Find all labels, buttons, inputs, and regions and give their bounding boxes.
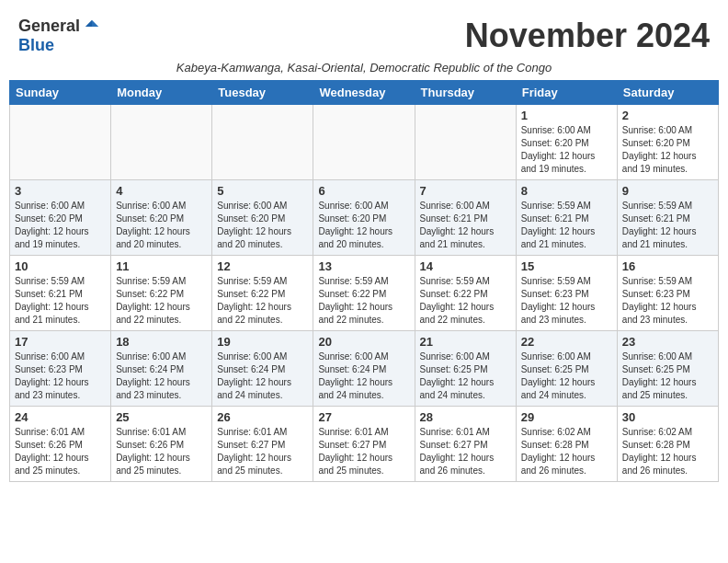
day-number: 21	[420, 335, 511, 349]
calendar-week-row: 17Sunrise: 6:00 AM Sunset: 6:23 PM Dayli…	[10, 331, 719, 407]
day-number: 1	[521, 109, 612, 122]
calendar-day-cell: 28Sunrise: 6:01 AM Sunset: 6:27 PM Dayli…	[415, 407, 516, 482]
calendar-header-tuesday: Tuesday	[212, 81, 313, 105]
calendar-day-cell: 22Sunrise: 6:00 AM Sunset: 6:25 PM Dayli…	[516, 331, 617, 407]
day-number: 4	[116, 184, 207, 198]
day-info: Sunrise: 6:01 AM Sunset: 6:26 PM Dayligh…	[116, 426, 207, 477]
day-info: Sunrise: 6:00 AM Sunset: 6:24 PM Dayligh…	[217, 350, 308, 402]
calendar-day-cell: 13Sunrise: 5:59 AM Sunset: 6:22 PM Dayli…	[313, 256, 415, 331]
day-number: 10	[15, 259, 106, 273]
day-number: 15	[521, 259, 612, 273]
day-number: 28	[420, 410, 511, 424]
day-number: 12	[217, 259, 308, 273]
day-info: Sunrise: 6:00 AM Sunset: 6:20 PM Dayligh…	[318, 200, 409, 251]
calendar-day-cell	[111, 105, 212, 180]
day-number: 11	[116, 259, 207, 273]
calendar-day-cell: 29Sunrise: 6:02 AM Sunset: 6:28 PM Dayli…	[516, 407, 617, 482]
day-info: Sunrise: 5:59 AM Sunset: 6:22 PM Dayligh…	[318, 275, 409, 327]
day-info: Sunrise: 5:59 AM Sunset: 6:22 PM Dayligh…	[420, 275, 511, 327]
day-number: 23	[622, 335, 713, 349]
day-info: Sunrise: 6:02 AM Sunset: 6:28 PM Dayligh…	[622, 426, 713, 477]
day-info: Sunrise: 6:00 AM Sunset: 6:24 PM Dayligh…	[318, 350, 409, 402]
day-info: Sunrise: 6:00 AM Sunset: 6:20 PM Dayligh…	[217, 200, 308, 251]
calendar-day-cell: 25Sunrise: 6:01 AM Sunset: 6:26 PM Dayli…	[111, 407, 212, 482]
day-info: Sunrise: 5:59 AM Sunset: 6:22 PM Dayligh…	[217, 275, 308, 327]
logo-blue-text: Blue	[18, 36, 54, 55]
calendar-week-row: 24Sunrise: 6:01 AM Sunset: 6:26 PM Dayli…	[10, 407, 719, 482]
calendar-day-cell: 4Sunrise: 6:00 AM Sunset: 6:20 PM Daylig…	[111, 180, 212, 256]
calendar-day-cell: 21Sunrise: 6:00 AM Sunset: 6:25 PM Dayli…	[415, 331, 516, 407]
month-title: November 2024	[465, 17, 710, 55]
calendar-day-cell: 16Sunrise: 5:59 AM Sunset: 6:23 PM Dayli…	[617, 256, 718, 331]
day-number: 17	[15, 335, 106, 349]
day-info: Sunrise: 6:00 AM Sunset: 6:20 PM Dayligh…	[622, 124, 713, 176]
day-info: Sunrise: 6:01 AM Sunset: 6:26 PM Dayligh…	[15, 426, 106, 477]
calendar-day-cell: 14Sunrise: 5:59 AM Sunset: 6:22 PM Dayli…	[415, 256, 516, 331]
day-number: 24	[15, 410, 106, 424]
calendar-week-row: 3Sunrise: 6:00 AM Sunset: 6:20 PM Daylig…	[10, 180, 719, 256]
calendar-day-cell: 10Sunrise: 5:59 AM Sunset: 6:21 PM Dayli…	[10, 256, 111, 331]
calendar-week-row: 1Sunrise: 6:00 AM Sunset: 6:20 PM Daylig…	[10, 105, 719, 180]
calendar-day-cell	[415, 105, 516, 180]
day-number: 2	[622, 109, 713, 122]
day-number: 8	[521, 184, 612, 198]
day-info: Sunrise: 6:00 AM Sunset: 6:20 PM Dayligh…	[15, 200, 106, 251]
calendar-day-cell: 26Sunrise: 6:01 AM Sunset: 6:27 PM Dayli…	[212, 407, 313, 482]
calendar-day-cell	[212, 105, 313, 180]
day-info: Sunrise: 5:59 AM Sunset: 6:21 PM Dayligh…	[521, 200, 612, 251]
logo-general-text: General	[18, 17, 80, 36]
calendar-header-thursday: Thursday	[415, 81, 516, 105]
day-info: Sunrise: 6:00 AM Sunset: 6:25 PM Dayligh…	[420, 350, 511, 402]
calendar-day-cell: 23Sunrise: 6:00 AM Sunset: 6:25 PM Dayli…	[617, 331, 718, 407]
day-number: 29	[521, 410, 612, 424]
location-subtitle: Kabeya-Kamwanga, Kasai-Oriental, Democra…	[9, 59, 719, 80]
calendar-header-row: SundayMondayTuesdayWednesdayThursdayFrid…	[10, 81, 719, 105]
calendar-header-wednesday: Wednesday	[313, 81, 415, 105]
day-number: 13	[318, 259, 409, 273]
calendar-header-monday: Monday	[111, 81, 212, 105]
day-number: 30	[622, 410, 713, 424]
day-number: 5	[217, 184, 308, 198]
calendar-day-cell: 27Sunrise: 6:01 AM Sunset: 6:27 PM Dayli…	[313, 407, 415, 482]
calendar-day-cell: 6Sunrise: 6:00 AM Sunset: 6:20 PM Daylig…	[313, 180, 415, 256]
day-number: 25	[116, 410, 207, 424]
day-info: Sunrise: 5:59 AM Sunset: 6:22 PM Dayligh…	[116, 275, 207, 327]
calendar-day-cell	[313, 105, 415, 180]
calendar-header-saturday: Saturday	[617, 81, 718, 105]
calendar-day-cell: 1Sunrise: 6:00 AM Sunset: 6:20 PM Daylig…	[516, 105, 617, 180]
logo-flag-icon	[84, 18, 100, 35]
calendar-day-cell: 24Sunrise: 6:01 AM Sunset: 6:26 PM Dayli…	[10, 407, 111, 482]
calendar-header-sunday: Sunday	[10, 81, 111, 105]
day-info: Sunrise: 5:59 AM Sunset: 6:23 PM Dayligh…	[622, 275, 713, 327]
calendar-week-row: 10Sunrise: 5:59 AM Sunset: 6:21 PM Dayli…	[10, 256, 719, 331]
day-number: 22	[521, 335, 612, 349]
day-info: Sunrise: 5:59 AM Sunset: 6:21 PM Dayligh…	[622, 200, 713, 251]
day-number: 16	[622, 259, 713, 273]
day-info: Sunrise: 6:00 AM Sunset: 6:23 PM Dayligh…	[15, 350, 106, 402]
day-info: Sunrise: 6:00 AM Sunset: 6:20 PM Dayligh…	[116, 200, 207, 251]
day-info: Sunrise: 5:59 AM Sunset: 6:21 PM Dayligh…	[15, 275, 106, 327]
calendar-day-cell: 2Sunrise: 6:00 AM Sunset: 6:20 PM Daylig…	[617, 105, 718, 180]
day-number: 26	[217, 410, 308, 424]
day-number: 7	[420, 184, 511, 198]
day-info: Sunrise: 6:01 AM Sunset: 6:27 PM Dayligh…	[217, 426, 308, 477]
calendar-day-cell: 19Sunrise: 6:00 AM Sunset: 6:24 PM Dayli…	[212, 331, 313, 407]
day-number: 27	[318, 410, 409, 424]
page-header: General Blue November 2024	[9, 9, 719, 59]
calendar-day-cell: 20Sunrise: 6:00 AM Sunset: 6:24 PM Dayli…	[313, 331, 415, 407]
day-info: Sunrise: 6:00 AM Sunset: 6:21 PM Dayligh…	[420, 200, 511, 251]
calendar-day-cell: 7Sunrise: 6:00 AM Sunset: 6:21 PM Daylig…	[415, 180, 516, 256]
day-number: 19	[217, 335, 308, 349]
svg-marker-1	[85, 19, 92, 26]
calendar-table: SundayMondayTuesdayWednesdayThursdayFrid…	[9, 80, 719, 482]
day-number: 6	[318, 184, 409, 198]
day-info: Sunrise: 6:00 AM Sunset: 6:20 PM Dayligh…	[521, 124, 612, 176]
calendar-day-cell	[10, 105, 111, 180]
day-info: Sunrise: 5:59 AM Sunset: 6:23 PM Dayligh…	[521, 275, 612, 327]
logo: General Blue	[18, 17, 100, 55]
day-info: Sunrise: 6:00 AM Sunset: 6:24 PM Dayligh…	[116, 350, 207, 402]
calendar-day-cell: 5Sunrise: 6:00 AM Sunset: 6:20 PM Daylig…	[212, 180, 313, 256]
calendar-day-cell: 9Sunrise: 5:59 AM Sunset: 6:21 PM Daylig…	[617, 180, 718, 256]
day-info: Sunrise: 6:00 AM Sunset: 6:25 PM Dayligh…	[521, 350, 612, 402]
calendar-day-cell: 8Sunrise: 5:59 AM Sunset: 6:21 PM Daylig…	[516, 180, 617, 256]
